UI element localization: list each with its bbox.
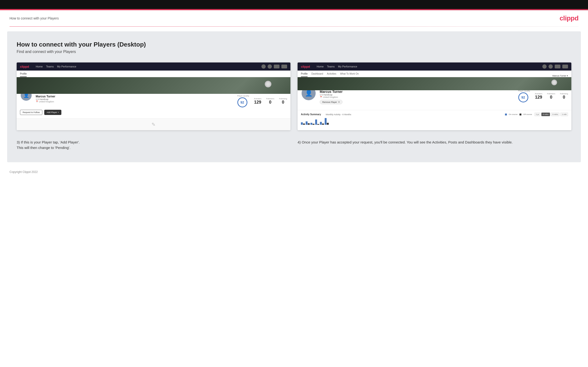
bar-group-1 xyxy=(301,122,305,125)
footer: Copyright Clippd 2022 xyxy=(0,167,588,177)
nav-link-home-2[interactable]: Home xyxy=(317,65,323,68)
nav-links-2: Home Teams My Performance xyxy=(317,65,357,68)
bar-off-2 xyxy=(308,123,310,125)
search-icon-1[interactable] xyxy=(261,64,266,69)
filter-1mth[interactable]: 1 mth xyxy=(560,113,568,116)
filter-3mths[interactable]: 3 mths xyxy=(551,113,560,116)
nav-right-2 xyxy=(542,64,568,69)
bar-off-3 xyxy=(312,124,314,125)
top-bar xyxy=(0,0,588,9)
main-content: How to connect with your Players (Deskto… xyxy=(7,31,581,162)
activity-summary: Activity Summary Monthly Activity - 6 Mo… xyxy=(298,110,571,127)
descriptions-row: 3) If this is your Player tap, 'Add Play… xyxy=(17,140,571,150)
profile-icon-2[interactable] xyxy=(562,65,568,68)
nav-link-myperformance-1[interactable]: My Performance xyxy=(57,65,76,68)
nav-right-1 xyxy=(261,64,287,69)
tab-bar-1: Profile xyxy=(17,71,290,77)
mock-nav-1: clippd Home Teams My Performance xyxy=(17,62,290,71)
remove-player-button[interactable]: Remove Player ✕ xyxy=(320,100,343,104)
stat-activities-2: Activities 129 xyxy=(535,93,542,100)
bar-off-4 xyxy=(317,124,319,125)
add-player-button[interactable]: Add Player + xyxy=(44,110,61,115)
description-3: 3) If this is your Player tap, 'Add Play… xyxy=(17,140,290,150)
description-text-3: 3) If this is your Player tap, 'Add Play… xyxy=(17,140,290,150)
profile-location-1: 📍 United Kingdom xyxy=(36,100,55,103)
off-course-legend-dot xyxy=(519,114,521,116)
nav-link-home-1[interactable]: Home xyxy=(36,65,43,68)
on-course-legend-dot xyxy=(505,114,507,116)
tab-bar-2: Profile Dashboard Activities What To Wor… xyxy=(298,71,571,77)
settings-icon-2[interactable] xyxy=(555,65,560,68)
profile-name-2: Marcus Turner xyxy=(320,90,343,94)
screenshot-1: clippd Home Teams My Performance Profile xyxy=(17,62,290,130)
bar-group-4 xyxy=(315,119,319,125)
stat-activities-1: Activities 129 xyxy=(254,98,261,105)
request-to-follow-button[interactable]: Request to Follow xyxy=(20,110,42,115)
stat-followers-2: Followers 0 xyxy=(547,93,555,100)
golf-image-2 xyxy=(298,77,571,90)
header-divider xyxy=(9,26,579,27)
mock-buttons-1: Request to Follow Add Player + xyxy=(20,110,287,115)
bar-group-6 xyxy=(325,118,329,125)
search-icon-2[interactable] xyxy=(542,64,547,69)
activity-filters: 1 yr 6 mths 3 mths 1 mth xyxy=(535,113,568,116)
bar-on-1 xyxy=(301,122,303,125)
profile-handicap-1: 1-5 Handicap xyxy=(36,98,55,100)
page-subtitle: Find and connect with your Players xyxy=(17,50,571,54)
settings-icon-1[interactable] xyxy=(274,65,279,68)
description-text-4: 4) Once your Player has accepted your re… xyxy=(298,140,571,145)
tab-profile-1[interactable]: Profile xyxy=(20,71,27,77)
tab-dashboard-2[interactable]: Dashboard xyxy=(311,71,323,77)
user-icon-2[interactable] xyxy=(548,64,553,69)
profile-handicap-2: 1-5 Handicap xyxy=(320,94,343,96)
on-course-legend-label: On course xyxy=(509,113,518,116)
footer-copyright: Copyright Clippd 2022 xyxy=(9,170,38,174)
screenshot-2: clippd Home Teams My Performance xyxy=(298,62,571,130)
screenshots-row: clippd Home Teams My Performance Profile xyxy=(17,62,571,130)
activity-header: Activity Summary Monthly Activity - 6 Mo… xyxy=(301,113,568,116)
player-quality-circle-2: 92 xyxy=(518,92,528,102)
mock-nav-2: clippd Home Teams My Performance xyxy=(298,62,571,71)
location-pin-icon-2: 📍 xyxy=(320,96,322,98)
nav-link-myperformance-2[interactable]: My Performance xyxy=(338,65,357,68)
bar-on-4 xyxy=(315,119,317,125)
tab-profile-2[interactable]: Profile xyxy=(301,71,308,77)
bar-group-5 xyxy=(320,122,324,125)
avatar-icon-2: 👤 xyxy=(305,90,312,97)
off-course-legend-label: Off course xyxy=(523,113,532,116)
filter-6mths[interactable]: 6 mths xyxy=(541,113,550,116)
stat-following-2: Following 0 xyxy=(560,93,568,100)
stat-followers-1: Followers 0 xyxy=(266,98,274,105)
location-pin-icon-1: 📍 xyxy=(36,100,38,103)
nav-link-teams-1[interactable]: Teams xyxy=(46,65,54,68)
tab-whattoon-2[interactable]: What To Work On xyxy=(340,71,359,77)
pq-label-1: Player Quality xyxy=(237,95,249,97)
tab-activities-2[interactable]: Activities xyxy=(327,71,336,77)
bar-group-3 xyxy=(311,123,314,125)
bar-on-3 xyxy=(311,123,312,125)
activity-title: Activity Summary xyxy=(301,113,321,116)
nav-logo-1: clippd xyxy=(20,65,29,68)
clippd-logo: clippd xyxy=(560,15,579,22)
filter-legend: On course Off course xyxy=(505,113,532,116)
activity-period: Monthly Activity - 6 Months xyxy=(326,113,351,116)
nav-link-teams-2[interactable]: Teams xyxy=(327,65,335,68)
profile-icon-1[interactable] xyxy=(281,65,287,68)
bar-on-2 xyxy=(306,121,308,125)
header: How to connect with your Players clippd xyxy=(0,10,588,26)
bar-on-5 xyxy=(320,122,322,125)
profile-name-1: Marcus Turner xyxy=(36,95,55,98)
nav-logo-2: clippd xyxy=(301,65,310,68)
pencil-area-1: ✎ xyxy=(17,118,290,130)
bar-off-6 xyxy=(327,123,329,125)
pencil-icon-1: ✎ xyxy=(152,122,156,127)
player-quality-circle-1: 92 xyxy=(237,97,247,107)
profile-location-2: 📍 United Kingdom xyxy=(320,96,343,98)
bar-on-6 xyxy=(325,118,327,125)
bar-group-2 xyxy=(306,121,310,125)
filter-1yr[interactable]: 1 yr xyxy=(535,113,540,116)
user-icon-1[interactable] xyxy=(268,64,272,69)
tab-right-username[interactable]: Marcus Turner ▾ xyxy=(552,75,568,77)
bar-off-5 xyxy=(322,124,324,125)
stat-following-1: Following 0 xyxy=(279,98,287,105)
